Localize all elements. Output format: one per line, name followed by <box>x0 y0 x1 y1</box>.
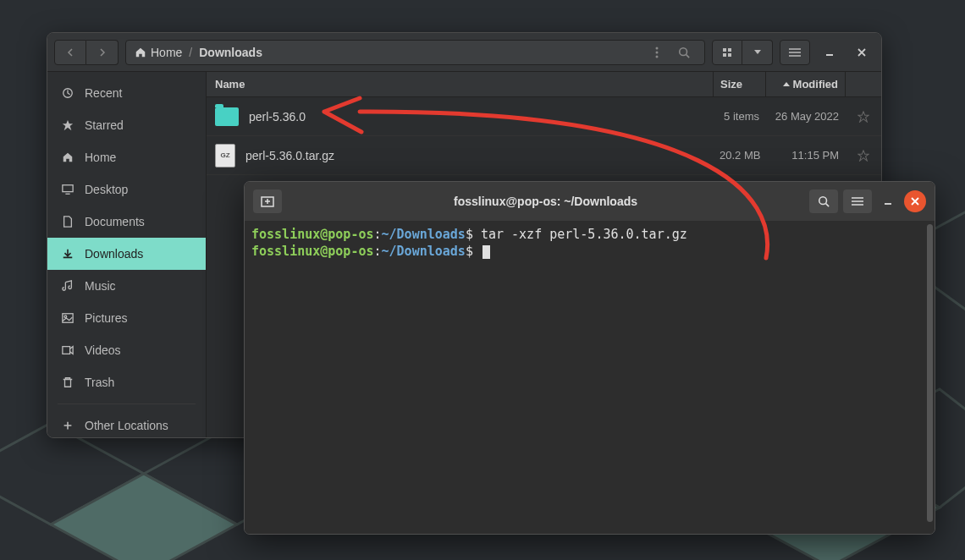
breadcrumb-home-label: Home <box>151 46 182 59</box>
terminal-new-tab-button[interactable] <box>253 189 282 213</box>
file-size: 20.2 MB <box>713 149 766 162</box>
sidebar-item-recent[interactable]: Recent <box>47 77 206 109</box>
terminal-line: fosslinux@pop-os:~/Downloads$ <box>251 243 928 260</box>
sidebar-item-label: Downloads <box>85 247 143 261</box>
sidebar-item-label: Recent <box>85 86 122 100</box>
sidebar-item-label: Desktop <box>85 183 128 196</box>
breadcrumb-current[interactable]: Downloads <box>199 46 262 59</box>
documents-icon <box>61 216 74 228</box>
sidebar-item-trash[interactable]: Trash <box>47 366 206 398</box>
sidebar-item-music[interactable]: Music <box>47 270 206 302</box>
path-menu-button[interactable] <box>645 40 669 65</box>
sidebar-item-label: Other Locations <box>85 419 168 432</box>
pictures-icon <box>61 312 74 324</box>
file-name: perl-5.36.0.tar.gz <box>245 149 334 162</box>
sidebar-separator <box>58 404 196 404</box>
terminal-search-button[interactable] <box>809 189 838 213</box>
star-toggle[interactable] <box>846 111 881 123</box>
file-modified: 26 May 2022 <box>766 110 846 123</box>
file-list-header: Name Size Modified <box>207 72 881 97</box>
sidebar-item-downloads[interactable]: Downloads <box>47 238 206 270</box>
sidebar-item-videos[interactable]: Videos <box>47 334 206 366</box>
star-icon <box>61 119 74 131</box>
desktop-icon <box>61 184 74 195</box>
terminal-menu-button[interactable] <box>843 189 872 213</box>
svg-rect-5 <box>723 48 726 52</box>
path-bar[interactable]: Home / Downloads <box>125 40 705 65</box>
svg-rect-6 <box>728 48 731 52</box>
nav-buttons <box>54 40 119 65</box>
sidebar-item-desktop[interactable]: Desktop <box>47 173 206 206</box>
downloads-icon <box>61 248 74 260</box>
svg-point-4 <box>680 47 687 55</box>
back-button[interactable] <box>54 40 86 65</box>
sidebar-item-label: Music <box>85 279 116 293</box>
home-icon <box>61 151 74 163</box>
breadcrumb-separator: / <box>189 46 192 59</box>
clock-icon <box>61 87 74 99</box>
svg-point-12 <box>64 316 67 318</box>
folder-icon <box>215 107 239 126</box>
file-manager-header: Home / Downloads <box>47 33 881 72</box>
view-dropdown-button[interactable] <box>742 40 773 65</box>
sidebar-item-label: Trash <box>85 376 114 389</box>
svg-rect-13 <box>63 347 70 354</box>
sidebar-item-pictures[interactable]: Pictures <box>47 302 206 334</box>
svg-point-3 <box>656 55 659 58</box>
file-row-folder[interactable]: perl-5.36.0 5 items 26 May 2022 <box>207 97 881 136</box>
svg-point-15 <box>819 197 827 205</box>
sidebar-item-label: Pictures <box>85 311 128 325</box>
column-header-modified[interactable]: Modified <box>766 72 846 96</box>
forward-button[interactable] <box>86 40 119 65</box>
search-button[interactable] <box>672 40 696 65</box>
plus-icon <box>61 420 74 431</box>
file-size: 5 items <box>713 110 766 123</box>
column-header-modified-label: Modified <box>793 78 838 91</box>
sidebar-item-label: Starred <box>85 118 124 132</box>
file-name: perl-5.36.0 <box>249 110 306 124</box>
terminal-minimize-button[interactable] <box>877 190 899 212</box>
terminal-window: fosslinux@pop-os: ~/Downloads fosslinux@… <box>244 181 935 535</box>
svg-rect-7 <box>723 53 726 57</box>
sidebar-item-home[interactable]: Home <box>47 141 206 173</box>
column-header-name[interactable]: Name <box>207 72 714 96</box>
terminal-line: fosslinux@pop-os:~/Downloads$ tar -xzf p… <box>251 226 928 243</box>
svg-rect-10 <box>63 185 73 192</box>
trash-icon <box>61 376 74 388</box>
svg-rect-8 <box>728 53 731 57</box>
sidebar-item-documents[interactable]: Documents <box>47 206 206 238</box>
svg-point-1 <box>656 47 659 49</box>
music-icon <box>61 280 74 292</box>
file-modified: 11:15 PM <box>766 149 846 162</box>
column-header-size[interactable]: Size <box>714 72 766 96</box>
view-mode-button[interactable] <box>712 40 742 65</box>
cursor-icon <box>482 245 490 259</box>
minimize-button[interactable] <box>817 40 842 65</box>
sidebar-item-label: Documents <box>85 215 145 228</box>
breadcrumb-home[interactable]: Home <box>135 46 182 59</box>
svg-point-2 <box>656 51 659 53</box>
terminal-body[interactable]: fosslinux@pop-os:~/Downloads$ tar -xzf p… <box>245 221 935 534</box>
sort-asc-icon <box>783 82 790 86</box>
archive-icon: GZ <box>215 144 235 167</box>
sidebar-item-other-locations[interactable]: Other Locations <box>47 409 206 437</box>
terminal-header: fosslinux@pop-os: ~/Downloads <box>245 182 935 221</box>
sidebar-item-label: Videos <box>85 343 121 357</box>
star-toggle[interactable] <box>846 150 881 162</box>
terminal-title: fosslinux@pop-os: ~/Downloads <box>289 195 802 208</box>
videos-icon <box>61 344 74 356</box>
terminal-close-button[interactable] <box>904 190 926 212</box>
hamburger-menu-button[interactable] <box>780 40 810 65</box>
close-button[interactable] <box>849 40 874 65</box>
sidebar-item-starred[interactable]: Starred <box>47 109 206 141</box>
sidebar-item-label: Home <box>85 151 116 164</box>
sidebar: Recent Starred Home Desktop Documents Do… <box>47 72 207 437</box>
terminal-scrollbar[interactable] <box>927 224 933 522</box>
file-row-archive[interactable]: GZ perl-5.36.0.tar.gz 20.2 MB 11:15 PM <box>207 136 881 175</box>
